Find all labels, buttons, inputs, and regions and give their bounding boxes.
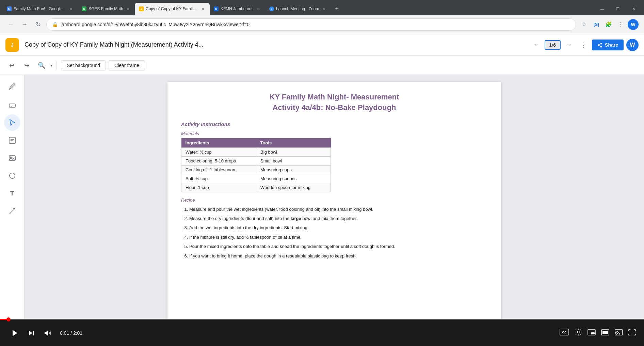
- jam-frame: KY Family Math Night- Measurement Activi…: [167, 82, 501, 319]
- video-player: 0:01 / 2:01 CC: [0, 319, 644, 346]
- tab-kfmn[interactable]: K KFMN Jamboards ✕: [210, 3, 265, 15]
- progress-bar-container[interactable]: [0, 319, 644, 320]
- recipe-step-4: If the mixture is still dry, add ½ table…: [189, 233, 487, 241]
- tab-close-4[interactable]: ✕: [256, 6, 261, 12]
- table-header-tools: Tools: [256, 138, 331, 148]
- svg-point-6: [10, 173, 15, 178]
- svg-rect-15: [591, 332, 595, 334]
- user-avatar[interactable]: W: [626, 39, 639, 51]
- table-row: Water: ½ cup Big bowl: [181, 147, 331, 156]
- tab-ky-family-math[interactable]: J Copy of Copy of KY Family M... ✕: [135, 3, 210, 15]
- text-tool-button[interactable]: T: [4, 185, 20, 202]
- ingredient-2: Food coloring: 5-10 drops: [181, 156, 256, 165]
- recipe-step-6: If you want to bring it home, place the …: [189, 252, 487, 260]
- maximize-button[interactable]: ❐: [610, 4, 626, 14]
- recipe-label: Recipe: [181, 198, 487, 203]
- set-background-button[interactable]: Set background: [61, 60, 106, 70]
- zoom-button[interactable]: 🔍: [35, 59, 48, 72]
- tab-close-1[interactable]: ✕: [68, 6, 74, 12]
- close-button[interactable]: ✕: [626, 4, 641, 14]
- ingredient-4: Salt: ½ cup: [181, 174, 256, 183]
- zoom-arrow[interactable]: ▾: [50, 63, 52, 68]
- tab-close-5[interactable]: ✕: [321, 6, 326, 12]
- svg-rect-2: [9, 104, 15, 107]
- frame-navigation: ← 1/6 →: [531, 40, 574, 50]
- canvas-area[interactable]: KY Family Math Night- Measurement Activi…: [25, 75, 644, 319]
- cast-button[interactable]: [615, 329, 623, 337]
- volume-button[interactable]: [41, 326, 54, 340]
- jam-toolbar: J Copy of Copy of KY Family Math Night (…: [0, 34, 644, 56]
- jam-document-title: Copy of Copy of KY Family Math Night (Me…: [25, 41, 527, 48]
- back-button[interactable]: ←: [5, 19, 16, 30]
- chrome-menu-button[interactable]: ⋮: [615, 19, 626, 30]
- svg-marker-10: [45, 330, 48, 336]
- tool-1: Big bowl: [256, 147, 331, 156]
- next-button[interactable]: [25, 326, 38, 340]
- tab-favicon-jam: J: [139, 6, 144, 11]
- table-header-ingredients: Ingredients: [181, 138, 256, 148]
- profile-avatar[interactable]: W: [628, 19, 639, 30]
- fullscreen-button[interactable]: [628, 329, 636, 337]
- pen-tool-button[interactable]: [4, 79, 20, 95]
- more-options-button[interactable]: ⋮: [578, 40, 589, 50]
- materials-label: Materials: [181, 131, 487, 136]
- frame-counter[interactable]: 1/6: [545, 40, 561, 50]
- reload-button[interactable]: ↻: [33, 19, 44, 30]
- ingredients-table: Ingredients Tools Water: ½ cup Big bowl …: [181, 138, 331, 192]
- settings-button[interactable]: [575, 328, 582, 338]
- tool-3: Measuring cups: [256, 165, 331, 174]
- tab-favicon-zoom: Z: [269, 6, 274, 11]
- ingredient-1: Water: ½ cup: [181, 147, 256, 156]
- shape-tool-button[interactable]: [4, 168, 20, 184]
- progress-dot: [6, 317, 11, 321]
- tab-family-math[interactable]: G Family Math Fun! - Google D... ✕: [3, 3, 78, 15]
- play-button[interactable]: [8, 326, 22, 340]
- progress-fill: [0, 319, 6, 320]
- svg-rect-9: [33, 331, 34, 335]
- tab-title-3: Copy of Copy of KY Family M...: [146, 6, 198, 11]
- bookmark-button[interactable]: ☆: [579, 19, 590, 30]
- tool-4: Measuring spoons: [256, 174, 331, 183]
- zoom-icon: 🔍: [38, 62, 45, 69]
- sticky-note-button[interactable]: [4, 132, 20, 148]
- prev-frame-button[interactable]: ←: [531, 40, 542, 50]
- tab-title-5: Launch Meeting - Zoom: [276, 6, 319, 11]
- tab-bar: G Family Math Fun! - Google D... ✕ S SGE…: [0, 0, 644, 15]
- redo-button[interactable]: ↪: [20, 59, 33, 72]
- tab-favicon-google: G: [7, 6, 12, 11]
- forward-button[interactable]: →: [19, 19, 30, 30]
- tab-close-2[interactable]: ✕: [125, 6, 131, 12]
- extensions-button[interactable]: 🧩: [603, 19, 614, 30]
- table-row: Food coloring: 5-10 drops Small bowl: [181, 156, 331, 165]
- undo-button[interactable]: ↩: [5, 59, 18, 72]
- laser-tool-button[interactable]: [4, 203, 20, 219]
- miniplayer-button[interactable]: [587, 329, 596, 337]
- tab-close-3[interactable]: ✕: [200, 6, 206, 12]
- captions-button[interactable]: CC: [560, 329, 569, 337]
- tab-favicon-sges: S: [82, 6, 86, 11]
- extensions-s-button[interactable]: [S]: [591, 19, 602, 30]
- recipe-list: Measure and pour the wet ingredients (wa…: [181, 205, 487, 260]
- new-tab-button[interactable]: +: [332, 4, 341, 14]
- theater-mode-button[interactable]: [601, 329, 609, 337]
- address-bar[interactable]: 🔒 jamboard.google.com/d/1-yhWefn5y8lb80k…: [46, 18, 576, 31]
- eraser-tool-button[interactable]: [4, 97, 20, 113]
- tab-favicon-kfmn: K: [214, 6, 219, 11]
- toolbar-separator: [57, 61, 57, 69]
- image-tool-button[interactable]: [4, 150, 20, 166]
- recipe-step-2: Measure the dry ingredients (flour and s…: [189, 215, 487, 222]
- svg-text:J: J: [11, 42, 14, 48]
- next-frame-button[interactable]: →: [563, 40, 574, 50]
- clear-frame-button[interactable]: Clear frame: [109, 60, 145, 70]
- tab-sges[interactable]: S SGES Family Math ✕: [78, 3, 135, 15]
- select-tool-button[interactable]: [4, 114, 20, 131]
- left-tool-panel: T: [0, 75, 25, 319]
- tab-title-1: Family Math Fun! - Google D...: [14, 6, 66, 11]
- frame-title-line1: KY Family Math Night- Measurement: [181, 92, 487, 103]
- nav-right-controls: ☆ [S] 🧩 ⋮ W: [579, 19, 639, 30]
- minimize-button[interactable]: —: [594, 4, 610, 14]
- ingredient-3: Cooking oil: 1 tablespoon: [181, 165, 256, 174]
- svg-marker-7: [13, 330, 17, 336]
- share-button[interactable]: Share: [592, 40, 624, 50]
- tab-zoom[interactable]: Z Launch Meeting - Zoom ✕: [265, 3, 331, 15]
